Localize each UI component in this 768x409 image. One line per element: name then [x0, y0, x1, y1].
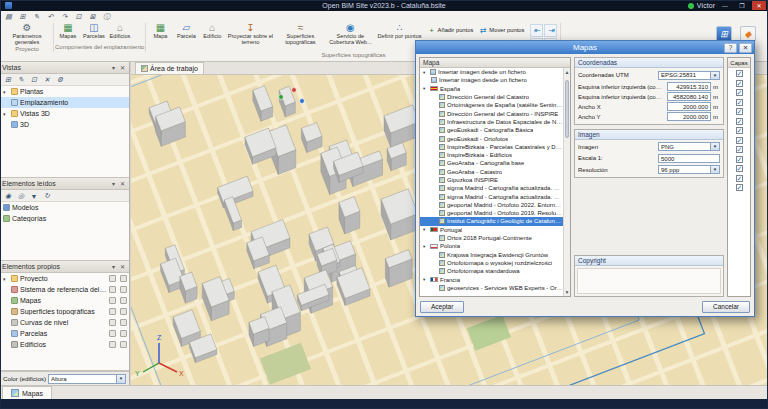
resolucion-select[interactable]: 96 ppp ▼	[658, 165, 720, 174]
map-source-item[interactable]: ▾ Dirección General del Catastro - INSPI…	[420, 109, 563, 117]
lock-icon[interactable]	[120, 286, 127, 293]
map-source-item[interactable]: ▾ Ortos 2018 Portugal-Continente	[420, 234, 563, 242]
map-source-item[interactable]: ▾ Insertar imagen desde un fichero	[420, 76, 563, 84]
dialog-help-button[interactable]: ?	[724, 43, 737, 53]
visibility-icon[interactable]	[109, 319, 116, 326]
list-scrollbar[interactable]: ▲ ▼	[563, 68, 570, 296]
map-source-item[interactable]: ▾ Infraestructura de Datos Espaciales de…	[420, 118, 563, 126]
quick-access-button[interactable]: ✎	[30, 12, 43, 22]
map-source-item[interactable]: ▾ Institut Cartogràfic i Geològic de Cat…	[420, 217, 563, 225]
panel-close-button[interactable]: ✕	[118, 63, 127, 72]
panel-tool-button[interactable]: ◎	[15, 191, 27, 201]
quick-access-button[interactable]: ▤	[2, 12, 15, 22]
quick-access-button[interactable]: ⊞	[16, 12, 29, 22]
ribbon-button[interactable]: ⌂ Edificio	[199, 23, 225, 51]
layer-checkbox[interactable]: ✓	[736, 89, 743, 96]
layer-checkbox[interactable]: ✓	[736, 118, 743, 125]
layer-checkbox[interactable]: ✓	[736, 127, 743, 134]
visibility-icon[interactable]	[109, 330, 116, 337]
map-source-item[interactable]: ▾ InspireBizkaia - Edificios	[420, 151, 563, 159]
close-button[interactable]: ✕	[752, 1, 766, 10]
ribbon-button[interactable]: ≈ Superficies topográficas	[275, 23, 325, 51]
ribbon-small-button[interactable]: ⇄ Mover puntos	[477, 23, 526, 37]
panel-tool-button[interactable]: ▼	[28, 191, 40, 201]
map-source-item[interactable]: ▾ geoservices - Services WEB Experts - O…	[420, 284, 563, 292]
tree-item[interactable]: ▾ 3D	[0, 119, 129, 130]
cancelar-button[interactable]: Cancelar	[702, 301, 750, 313]
ribbon-button[interactable]: ▦ Mapa	[147, 23, 173, 51]
layer-checkbox[interactable]: ✓	[736, 175, 743, 182]
map-source-item[interactable]: ▾ GeoAraba - Catastro	[420, 168, 563, 176]
scrollbar-thumb[interactable]	[565, 80, 569, 138]
map-source-item[interactable]: ▾ GeoAraba - Cartografía base	[420, 159, 563, 167]
tree-item[interactable]: ▾ Edificios	[0, 339, 129, 350]
tab-mapas[interactable]: Mapas	[2, 386, 52, 399]
tree-item[interactable]: ▾ Sistema de referencia del emplaz...	[0, 284, 129, 295]
panel-tool-button[interactable]: ⊡	[28, 75, 40, 85]
dialog-title-bar[interactable]: Mapas ? ✕	[416, 41, 754, 54]
quick-access-button[interactable]: ⊠	[86, 12, 99, 22]
ribbon-button[interactable]: ◉ Servicio de Cobertura Web...	[325, 23, 375, 51]
map-source-item[interactable]: ▾ geoportal Madrid - Ortofoto 2019. Reso…	[420, 209, 563, 217]
quick-access-button[interactable]: ⓘ	[100, 12, 113, 22]
coordinate-input[interactable]: 4582080.140	[667, 92, 711, 101]
tree-item[interactable]: ▾ Categorías	[0, 213, 129, 224]
layer-checkbox[interactable]: ✓	[736, 108, 743, 115]
color-edificios-select[interactable]: Altura ▼	[48, 374, 126, 384]
map-source-item[interactable]: ▾ Ortofotomapa o wysokiej rozdzielczości	[420, 259, 563, 267]
tree-item[interactable]: ▾ Proyecto	[0, 273, 129, 284]
map-source-item[interactable]: ▾ Polonia	[420, 242, 563, 250]
lock-icon[interactable]	[120, 275, 127, 282]
panel-tool-button[interactable]: ⊞	[2, 75, 14, 85]
map-source-item[interactable]: ▾ Gipuzkoa INSPIRE	[420, 176, 563, 184]
ribbon-icon-button[interactable]: ⇤	[530, 24, 543, 37]
panel-close-button[interactable]: ✕	[118, 179, 127, 188]
user-name[interactable]: Víctor	[697, 2, 715, 9]
lock-icon[interactable]	[120, 297, 127, 304]
ribbon-small-button[interactable]: + Añadir puntos	[426, 23, 476, 37]
map-source-item[interactable]: ▾ Krajowa Integracja Ewidencji Gruntów	[420, 251, 563, 259]
visibility-icon[interactable]	[109, 341, 116, 348]
panel-tool-button[interactable]: ✕	[41, 75, 53, 85]
lock-icon[interactable]	[120, 330, 127, 337]
tree-item[interactable]: ▾ Curvas de nivel	[0, 317, 129, 328]
layer-checkbox[interactable]: ✓	[736, 70, 743, 77]
aceptar-button[interactable]: Aceptar	[420, 301, 464, 313]
ribbon-button[interactable]: ◫ Parcelas	[81, 23, 107, 43]
layer-checkbox[interactable]: ✓	[736, 146, 743, 153]
map-source-item[interactable]: ▾ sigma Madrid - Cartografía actualizada…	[420, 184, 563, 192]
map-source-item[interactable]: ▾ Insertar imagen desde un fichero	[420, 68, 563, 76]
panel-tool-button[interactable]: ✎	[15, 75, 27, 85]
panel-collapse-button[interactable]: ▾	[109, 262, 118, 271]
tree-item[interactable]: ▾ Mapas	[0, 295, 129, 306]
map-source-item[interactable]: ▾ InspireBizkaia - Parcelas Catastrales …	[420, 143, 563, 151]
panel-close-button[interactable]: ✕	[118, 262, 127, 271]
ribbon-button[interactable]: ↧ Proyectar sobre el terreno	[225, 23, 275, 51]
layer-checkbox[interactable]: ✓	[736, 156, 743, 163]
format-select[interactable]: PNG ▼	[658, 142, 720, 151]
tree-item[interactable]: ▾ Emplazamiento	[0, 97, 129, 108]
layer-checkbox[interactable]: ✓	[736, 184, 743, 191]
layer-checkbox[interactable]: ✓	[736, 99, 743, 106]
dialog-close-button[interactable]: ✕	[739, 43, 752, 53]
layer-checkbox[interactable]: ✓	[736, 137, 743, 144]
tree-item[interactable]: ▾ Modelos	[0, 202, 129, 213]
visibility-icon[interactable]	[109, 297, 116, 304]
map-source-item[interactable]: ▾ geoportal Madrid - Ortofoto 2022. Ento…	[420, 201, 563, 209]
minimize-button[interactable]: —	[718, 1, 732, 10]
coordinate-input[interactable]: 2000.000	[667, 112, 711, 121]
utm-select[interactable]: EPSG:25831 ▼	[658, 71, 720, 80]
lock-icon[interactable]	[120, 319, 127, 326]
ribbon-button[interactable]: ▦ Mapas	[55, 23, 81, 43]
map-source-item[interactable]: ▾ Francia	[420, 275, 563, 283]
maximize-button[interactable]: ❐	[735, 1, 749, 10]
ribbon-button[interactable]: ⌂ Edificios	[107, 23, 133, 43]
map-source-item[interactable]: ▾ geoEuskadi - Ortofotos	[420, 134, 563, 142]
scroll-down-icon[interactable]: ▼	[564, 288, 570, 296]
coordinate-input[interactable]: 429915.310	[667, 82, 711, 91]
quick-access-button[interactable]: ⊡	[72, 12, 85, 22]
tree-item[interactable]: ▾ Plantas	[0, 86, 129, 97]
tab-area-de-trabajo[interactable]: Área de trabajo	[135, 62, 204, 74]
ribbon-button[interactable]: ▱ Parcela	[173, 23, 199, 51]
map-source-item[interactable]: ▾ sigma Madrid - Cartografía actualizada…	[420, 192, 563, 200]
